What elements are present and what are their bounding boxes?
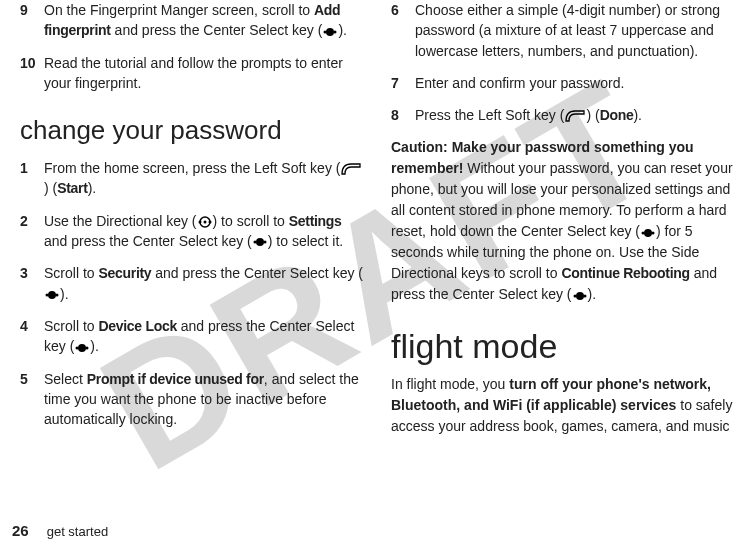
text-segment: Read the tutorial and follow the prompts… (44, 55, 343, 91)
text-segment: ). (588, 286, 597, 302)
center-select-icon (75, 341, 89, 355)
text-segment: Enter and confirm your password. (415, 75, 624, 91)
page-content: 9 On the Fingerprint Manger screen, scro… (0, 0, 754, 549)
text-segment: Scroll to (44, 318, 98, 334)
bold-term: Settings (289, 213, 342, 229)
bold-term: Prompt if device unused for (87, 371, 264, 387)
text-segment: From the home screen, press the Left Sof… (44, 160, 340, 176)
directional-icon (198, 215, 212, 229)
center-select-icon (641, 226, 655, 240)
step-text: Use the Directional key () to scroll to … (44, 211, 363, 252)
svg-point-2 (326, 28, 334, 36)
text-segment: ). (633, 107, 642, 123)
step-number: 10 (20, 53, 44, 73)
step-number: 2 (20, 211, 44, 231)
step-row: 9 On the Fingerprint Manger screen, scro… (20, 0, 363, 41)
text-segment: Press the Left Soft key ( (415, 107, 564, 123)
text-segment: ) to scroll to (213, 213, 289, 229)
svg-point-9 (256, 238, 264, 246)
text-segment: ) ( (586, 107, 599, 123)
step-number: 5 (20, 369, 44, 389)
left-soft-icon (341, 163, 361, 175)
step-number: 1 (20, 158, 44, 178)
step-text: Select Prompt if device unused for, and … (44, 369, 363, 430)
step-text: Choose either a simple (4-digit number) … (415, 0, 734, 61)
caution-paragraph: Caution: Make your password something yo… (391, 137, 734, 305)
bold-term: Security (98, 265, 151, 281)
bold-term: Start (57, 180, 87, 196)
step-text: Read the tutorial and follow the prompts… (44, 53, 363, 94)
step-row: 7 Enter and confirm your password. (391, 73, 734, 93)
step-number: 3 (20, 263, 44, 283)
center-select-icon (573, 289, 587, 303)
text-segment: On the Fingerprint Manger screen, scroll… (44, 2, 314, 18)
text-segment: ). (60, 286, 69, 302)
step-number: 9 (20, 0, 44, 20)
svg-point-18 (644, 229, 652, 237)
step-row: 5 Select Prompt if device unused for, an… (20, 369, 363, 430)
left-column: 9 On the Fingerprint Manger screen, scro… (20, 0, 363, 543)
step-row: 6 Choose either a simple (4-digit number… (391, 0, 734, 61)
center-select-icon (45, 288, 59, 302)
step-number: 8 (391, 105, 415, 125)
step-number: 6 (391, 0, 415, 20)
svg-point-6 (203, 221, 206, 224)
step-text: Press the Left Soft key () (Done). (415, 105, 734, 125)
text-segment: and press the Center Select key ( (44, 233, 252, 249)
section-heading: flight mode (391, 327, 734, 366)
step-row: 10 Read the tutorial and follow the prom… (20, 53, 363, 94)
step-text: On the Fingerprint Manger screen, scroll… (44, 0, 363, 41)
step-row: 3 Scroll to Security and press the Cente… (20, 263, 363, 304)
text-segment: ). (90, 338, 99, 354)
section-heading: change your password (20, 115, 363, 146)
center-select-icon (323, 25, 337, 39)
svg-point-12 (48, 291, 56, 299)
step-text: From the home screen, press the Left Sof… (44, 158, 363, 199)
step-row: 1 From the home screen, press the Left S… (20, 158, 363, 199)
svg-point-15 (78, 344, 86, 352)
step-number: 4 (20, 316, 44, 336)
flight-mode-paragraph: In flight mode, you turn off your phone'… (391, 374, 734, 437)
text-segment: and press the Center Select key ( (111, 22, 323, 38)
text-segment: Select (44, 371, 87, 387)
bold-term: Device Lock (98, 318, 176, 334)
text-segment: Scroll to (44, 265, 98, 281)
text-segment: In flight mode, you (391, 376, 509, 392)
left-soft-icon (565, 110, 585, 122)
step-text: Scroll to Security and press the Center … (44, 263, 363, 304)
step-text: Enter and confirm your password. (415, 73, 734, 93)
text-segment: ) to select it. (268, 233, 343, 249)
step-text: Scroll to Device Lock and press the Cent… (44, 316, 363, 357)
text-segment: Use the Directional key ( (44, 213, 197, 229)
text-segment: Choose either a simple (4-digit number) … (415, 2, 720, 59)
text-segment: ). (88, 180, 97, 196)
text-segment: ) ( (44, 180, 57, 196)
step-row: 4 Scroll to Device Lock and press the Ce… (20, 316, 363, 357)
bold-term: Done (600, 107, 634, 123)
step-row: 2 Use the Directional key () to scroll t… (20, 211, 363, 252)
text-segment: ). (338, 22, 347, 38)
bold-term: Continue Rebooting (561, 265, 689, 281)
svg-point-21 (576, 292, 584, 300)
text-segment: and press the Center Select key ( (151, 265, 363, 281)
center-select-icon (253, 235, 267, 249)
step-number: 7 (391, 73, 415, 93)
right-column: 6 Choose either a simple (4-digit number… (391, 0, 734, 543)
step-row: 8 Press the Left Soft key () (Done). (391, 105, 734, 125)
